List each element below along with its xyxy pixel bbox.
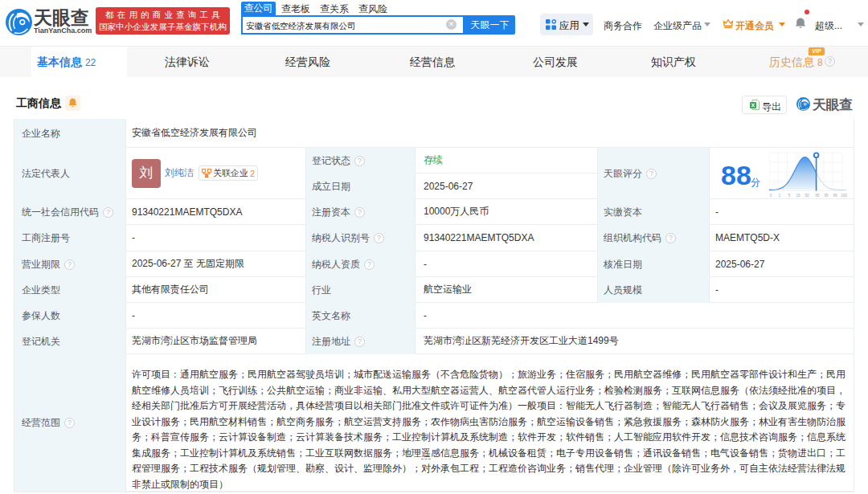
svg-text:100: 100 <box>841 194 847 198</box>
svg-text:1: 1 <box>779 194 781 198</box>
svg-text:5: 5 <box>788 194 791 198</box>
svg-text:99: 99 <box>833 194 837 198</box>
svg-text:85: 85 <box>815 194 820 198</box>
svg-text:95: 95 <box>824 194 829 198</box>
svg-text:50: 50 <box>805 194 809 198</box>
svg-text:0: 0 <box>770 194 772 198</box>
svg-text:15: 15 <box>796 194 800 198</box>
